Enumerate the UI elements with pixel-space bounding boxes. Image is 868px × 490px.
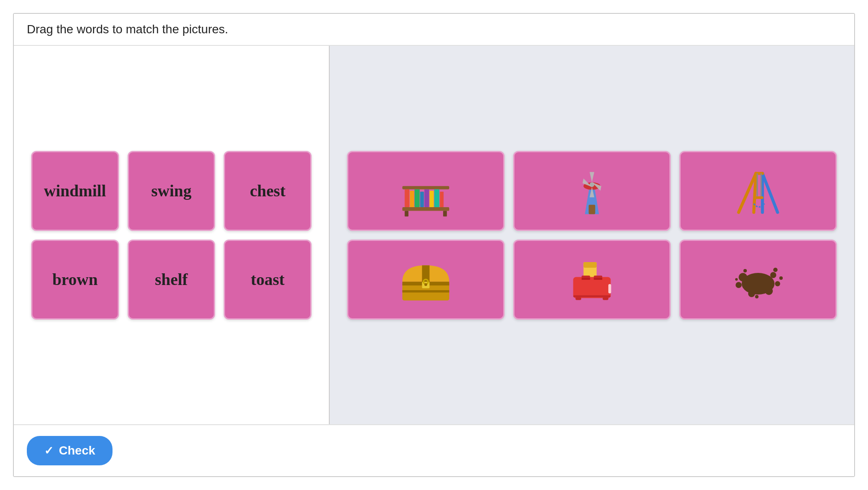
svg-point-34 — [424, 283, 428, 286]
svg-rect-10 — [405, 211, 408, 217]
word-label: windmill — [44, 181, 106, 200]
svg-rect-7 — [430, 191, 434, 207]
svg-point-56 — [735, 278, 738, 281]
pictures-panel — [330, 46, 854, 424]
svg-point-47 — [739, 273, 747, 282]
word-card-windmill[interactable]: windmill — [31, 151, 119, 231]
words-grid: windmill swing chest brown shelf toast — [31, 151, 312, 320]
svg-rect-6 — [424, 189, 429, 207]
word-label: chest — [250, 181, 286, 200]
svg-rect-41 — [594, 278, 602, 280]
svg-point-48 — [770, 272, 776, 278]
svg-rect-11 — [443, 211, 447, 217]
picture-card-bookshelf[interactable] — [347, 151, 505, 231]
picture-card-windmill[interactable] — [513, 151, 671, 231]
svg-rect-9 — [440, 192, 444, 207]
word-label: shelf — [155, 270, 188, 289]
svg-rect-43 — [575, 297, 581, 300]
swing-icon — [730, 163, 786, 219]
svg-rect-37 — [573, 277, 611, 298]
picture-card-brown-splat[interactable] — [679, 240, 837, 320]
svg-rect-42 — [608, 284, 611, 294]
svg-rect-3 — [410, 191, 414, 207]
svg-point-54 — [773, 268, 778, 272]
word-card-shelf[interactable]: shelf — [128, 240, 215, 320]
svg-rect-2 — [405, 189, 409, 207]
picture-card-swing[interactable] — [679, 151, 837, 231]
svg-point-50 — [765, 287, 773, 295]
check-button-label: Check — [59, 444, 95, 458]
svg-rect-0 — [402, 207, 449, 211]
svg-point-49 — [748, 290, 755, 297]
pictures-grid — [347, 151, 837, 320]
svg-line-23 — [762, 173, 778, 212]
svg-rect-5 — [420, 192, 424, 207]
toaster-icon — [564, 251, 620, 307]
svg-rect-1 — [402, 186, 449, 189]
word-card-brown[interactable]: brown — [31, 240, 119, 320]
picture-card-toaster[interactable] — [513, 240, 671, 320]
svg-rect-4 — [415, 189, 420, 207]
word-card-chest[interactable]: chest — [224, 151, 312, 231]
word-label: toast — [251, 270, 285, 289]
svg-line-21 — [754, 173, 756, 212]
svg-rect-31 — [402, 290, 449, 292]
instruction-text: Drag the words to match the pictures. — [27, 22, 228, 36]
check-button[interactable]: ✓ Check — [27, 436, 113, 465]
svg-rect-36 — [584, 262, 597, 268]
chest-icon — [398, 251, 454, 307]
brown-splat-icon — [730, 251, 786, 307]
svg-rect-13 — [588, 205, 595, 215]
word-label: brown — [52, 270, 98, 289]
svg-point-57 — [755, 295, 759, 298]
bookshelf-icon — [398, 163, 454, 219]
svg-point-55 — [779, 276, 783, 280]
picture-card-chest[interactable] — [347, 240, 505, 320]
svg-marker-16 — [590, 172, 595, 183]
checkmark-icon: ✓ — [44, 444, 54, 458]
svg-point-53 — [743, 269, 747, 272]
word-card-toast[interactable]: toast — [224, 240, 312, 320]
word-card-swing[interactable]: swing — [128, 151, 215, 231]
words-panel: windmill swing chest brown shelf toast — [14, 46, 330, 424]
svg-point-52 — [736, 282, 742, 288]
svg-rect-8 — [434, 189, 440, 207]
svg-rect-27 — [755, 196, 763, 199]
bottom-bar: ✓ Check — [14, 424, 854, 476]
svg-rect-44 — [603, 297, 608, 300]
windmill-icon — [564, 163, 620, 219]
word-label: swing — [151, 181, 192, 200]
svg-rect-40 — [582, 278, 590, 280]
svg-rect-45 — [573, 295, 611, 297]
svg-point-51 — [775, 281, 780, 286]
